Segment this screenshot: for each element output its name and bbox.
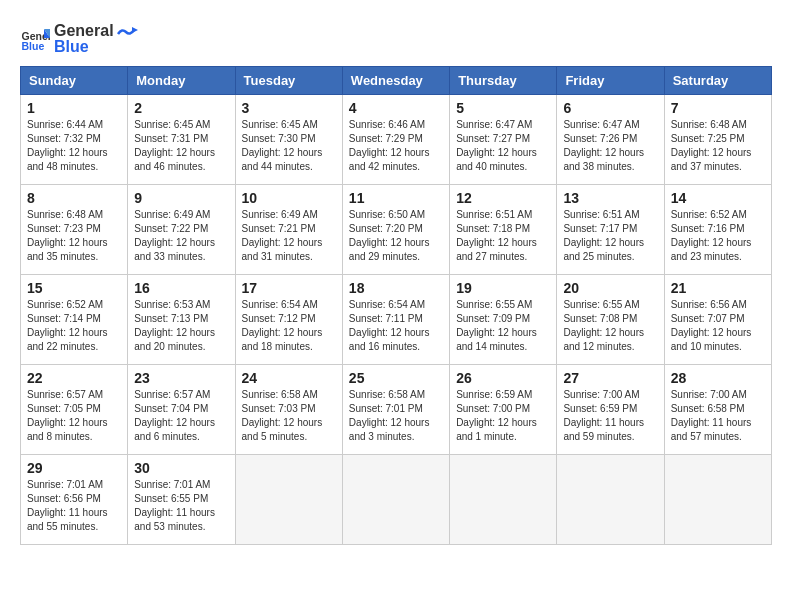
day-info: Sunrise: 6:52 AMSunset: 7:16 PMDaylight:… [671,208,765,264]
calendar-table: Sunday Monday Tuesday Wednesday Thursday… [20,66,772,545]
day-number: 11 [349,190,443,206]
day-number: 15 [27,280,121,296]
col-header-thursday: Thursday [450,67,557,95]
day-number: 1 [27,100,121,116]
calendar-day-cell: 21Sunrise: 6:56 AMSunset: 7:07 PMDayligh… [664,275,771,365]
day-info: Sunrise: 6:46 AMSunset: 7:29 PMDaylight:… [349,118,443,174]
day-number: 10 [242,190,336,206]
day-info: Sunrise: 6:59 AMSunset: 7:00 PMDaylight:… [456,388,550,444]
calendar-day-cell [450,455,557,545]
calendar-day-cell: 19Sunrise: 6:55 AMSunset: 7:09 PMDayligh… [450,275,557,365]
logo-wave-icon [116,20,138,42]
calendar-day-cell: 10Sunrise: 6:49 AMSunset: 7:21 PMDayligh… [235,185,342,275]
day-number: 14 [671,190,765,206]
calendar-day-cell [664,455,771,545]
calendar-week-row: 1Sunrise: 6:44 AMSunset: 7:32 PMDaylight… [21,95,772,185]
calendar-day-cell: 2Sunrise: 6:45 AMSunset: 7:31 PMDaylight… [128,95,235,185]
calendar-week-row: 29Sunrise: 7:01 AMSunset: 6:56 PMDayligh… [21,455,772,545]
day-info: Sunrise: 7:01 AMSunset: 6:55 PMDaylight:… [134,478,228,534]
day-info: Sunrise: 6:48 AMSunset: 7:25 PMDaylight:… [671,118,765,174]
day-info: Sunrise: 6:51 AMSunset: 7:17 PMDaylight:… [563,208,657,264]
day-info: Sunrise: 6:50 AMSunset: 7:20 PMDaylight:… [349,208,443,264]
day-number: 19 [456,280,550,296]
calendar-day-cell: 20Sunrise: 6:55 AMSunset: 7:08 PMDayligh… [557,275,664,365]
day-info: Sunrise: 6:56 AMSunset: 7:07 PMDaylight:… [671,298,765,354]
day-info: Sunrise: 6:47 AMSunset: 7:26 PMDaylight:… [563,118,657,174]
calendar-day-cell: 9Sunrise: 6:49 AMSunset: 7:22 PMDaylight… [128,185,235,275]
day-info: Sunrise: 6:49 AMSunset: 7:22 PMDaylight:… [134,208,228,264]
day-number: 17 [242,280,336,296]
day-number: 28 [671,370,765,386]
day-info: Sunrise: 6:45 AMSunset: 7:31 PMDaylight:… [134,118,228,174]
day-number: 27 [563,370,657,386]
day-number: 9 [134,190,228,206]
svg-marker-4 [132,27,138,33]
day-number: 20 [563,280,657,296]
header: General Blue General Blue [20,20,772,56]
day-number: 26 [456,370,550,386]
day-info: Sunrise: 6:47 AMSunset: 7:27 PMDaylight:… [456,118,550,174]
calendar-day-cell: 30Sunrise: 7:01 AMSunset: 6:55 PMDayligh… [128,455,235,545]
calendar-day-cell: 12Sunrise: 6:51 AMSunset: 7:18 PMDayligh… [450,185,557,275]
calendar-day-cell: 28Sunrise: 7:00 AMSunset: 6:58 PMDayligh… [664,365,771,455]
calendar-day-cell: 24Sunrise: 6:58 AMSunset: 7:03 PMDayligh… [235,365,342,455]
calendar-week-row: 15Sunrise: 6:52 AMSunset: 7:14 PMDayligh… [21,275,772,365]
calendar-day-cell: 15Sunrise: 6:52 AMSunset: 7:14 PMDayligh… [21,275,128,365]
calendar-day-cell [235,455,342,545]
day-number: 13 [563,190,657,206]
day-number: 5 [456,100,550,116]
day-info: Sunrise: 6:58 AMSunset: 7:01 PMDaylight:… [349,388,443,444]
calendar-day-cell: 5Sunrise: 6:47 AMSunset: 7:27 PMDaylight… [450,95,557,185]
day-info: Sunrise: 6:54 AMSunset: 7:12 PMDaylight:… [242,298,336,354]
calendar-header-row: Sunday Monday Tuesday Wednesday Thursday… [21,67,772,95]
day-info: Sunrise: 6:52 AMSunset: 7:14 PMDaylight:… [27,298,121,354]
day-number: 30 [134,460,228,476]
day-number: 25 [349,370,443,386]
day-info: Sunrise: 7:01 AMSunset: 6:56 PMDaylight:… [27,478,121,534]
day-number: 8 [27,190,121,206]
calendar-day-cell: 29Sunrise: 7:01 AMSunset: 6:56 PMDayligh… [21,455,128,545]
day-info: Sunrise: 6:49 AMSunset: 7:21 PMDaylight:… [242,208,336,264]
calendar-day-cell: 8Sunrise: 6:48 AMSunset: 7:23 PMDaylight… [21,185,128,275]
calendar-day-cell: 23Sunrise: 6:57 AMSunset: 7:04 PMDayligh… [128,365,235,455]
day-info: Sunrise: 6:57 AMSunset: 7:04 PMDaylight:… [134,388,228,444]
day-number: 7 [671,100,765,116]
day-number: 18 [349,280,443,296]
day-info: Sunrise: 7:00 AMSunset: 6:59 PMDaylight:… [563,388,657,444]
calendar-day-cell: 22Sunrise: 6:57 AMSunset: 7:05 PMDayligh… [21,365,128,455]
day-number: 23 [134,370,228,386]
day-number: 29 [27,460,121,476]
col-header-wednesday: Wednesday [342,67,449,95]
day-number: 16 [134,280,228,296]
day-number: 2 [134,100,228,116]
calendar-day-cell: 25Sunrise: 6:58 AMSunset: 7:01 PMDayligh… [342,365,449,455]
calendar-day-cell: 18Sunrise: 6:54 AMSunset: 7:11 PMDayligh… [342,275,449,365]
svg-text:Blue: Blue [22,40,45,52]
day-info: Sunrise: 6:51 AMSunset: 7:18 PMDaylight:… [456,208,550,264]
col-header-monday: Monday [128,67,235,95]
calendar-day-cell: 4Sunrise: 6:46 AMSunset: 7:29 PMDaylight… [342,95,449,185]
day-info: Sunrise: 6:53 AMSunset: 7:13 PMDaylight:… [134,298,228,354]
col-header-saturday: Saturday [664,67,771,95]
calendar-day-cell: 27Sunrise: 7:00 AMSunset: 6:59 PMDayligh… [557,365,664,455]
logo: General Blue General Blue [20,20,138,56]
calendar-day-cell: 26Sunrise: 6:59 AMSunset: 7:00 PMDayligh… [450,365,557,455]
calendar-week-row: 22Sunrise: 6:57 AMSunset: 7:05 PMDayligh… [21,365,772,455]
calendar-day-cell: 1Sunrise: 6:44 AMSunset: 7:32 PMDaylight… [21,95,128,185]
day-info: Sunrise: 6:54 AMSunset: 7:11 PMDaylight:… [349,298,443,354]
day-number: 6 [563,100,657,116]
calendar-day-cell: 3Sunrise: 6:45 AMSunset: 7:30 PMDaylight… [235,95,342,185]
day-info: Sunrise: 6:55 AMSunset: 7:09 PMDaylight:… [456,298,550,354]
col-header-tuesday: Tuesday [235,67,342,95]
calendar-day-cell: 7Sunrise: 6:48 AMSunset: 7:25 PMDaylight… [664,95,771,185]
calendar-day-cell: 17Sunrise: 6:54 AMSunset: 7:12 PMDayligh… [235,275,342,365]
calendar-day-cell: 11Sunrise: 6:50 AMSunset: 7:20 PMDayligh… [342,185,449,275]
col-header-sunday: Sunday [21,67,128,95]
calendar-day-cell [557,455,664,545]
day-number: 3 [242,100,336,116]
logo-icon: General Blue [20,23,50,53]
calendar-week-row: 8Sunrise: 6:48 AMSunset: 7:23 PMDaylight… [21,185,772,275]
day-number: 24 [242,370,336,386]
day-number: 21 [671,280,765,296]
col-header-friday: Friday [557,67,664,95]
